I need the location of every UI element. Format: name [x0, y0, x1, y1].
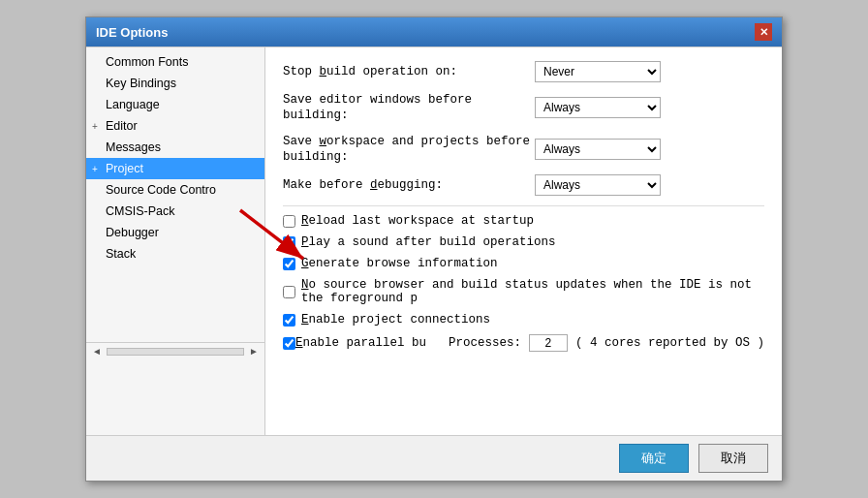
expand-icon: +: [92, 121, 102, 132]
enable-connections-checkbox[interactable]: [283, 314, 295, 327]
sidebar-label: Common Fonts: [106, 55, 188, 69]
close-button[interactable]: ✕: [755, 23, 772, 41]
checkbox-enable-connections: Enable project connections: [283, 313, 764, 327]
sidebar-label: Messages: [106, 140, 161, 154]
generate-browse-checkbox[interactable]: [283, 258, 295, 270]
stop-build-label: Stop build operation on:: [283, 65, 535, 78]
scroll-right-arrow[interactable]: ►: [247, 346, 261, 357]
sidebar-item-key-bindings[interactable]: Key Bindings: [86, 73, 264, 94]
save-editor-label: Save editor windows beforebuilding:: [283, 92, 535, 124]
stop-build-select[interactable]: Never Always Prompt: [535, 61, 661, 82]
checkbox-play-sound: Play a sound after build operations: [283, 235, 764, 249]
checkbox-no-source-browser: No source browser and build status updat…: [283, 278, 764, 305]
save-workspace-row: Save workspace and projects beforebuildi…: [283, 134, 764, 166]
ok-button[interactable]: 确定: [619, 444, 689, 473]
processes-note: ( 4 cores reported by OS ): [575, 336, 764, 350]
sidebar-item-common-fonts[interactable]: Common Fonts: [86, 51, 264, 73]
sidebar-item-language[interactable]: Language: [86, 94, 264, 115]
save-editor-row: Save editor windows beforebuilding: Alwa…: [283, 92, 764, 124]
checkbox-generate-browse: Generate browse information: [283, 257, 764, 270]
expand-icon: +: [92, 164, 102, 174]
enable-parallel-row: Enable parallel bu Processes: ( 4 cores …: [283, 334, 764, 352]
no-source-browser-checkbox[interactable]: [283, 286, 295, 298]
save-editor-select[interactable]: Always Never Prompt: [535, 97, 661, 118]
no-source-browser-label: No source browser and build status updat…: [301, 278, 764, 305]
dialog-body: Common Fonts Key Bindings Language + Edi…: [86, 47, 782, 435]
processes-label: Processes:: [449, 336, 521, 350]
sidebar-item-source-code-control[interactable]: Source Code Contro: [86, 179, 264, 201]
make-before-label: Make before debugging:: [283, 178, 535, 192]
sidebar-item-stack[interactable]: Stack: [86, 243, 264, 265]
title-bar: IDE Options ✕: [86, 17, 782, 47]
save-workspace-label: Save workspace and projects beforebuildi…: [283, 134, 535, 166]
scroll-left-arrow[interactable]: ◄: [90, 346, 104, 357]
enable-connections-label: Enable project connections: [301, 313, 490, 327]
sidebar-item-project[interactable]: + Project: [86, 158, 264, 179]
sidebar: Common Fonts Key Bindings Language + Edi…: [86, 47, 265, 435]
reload-last-checkbox[interactable]: [283, 215, 295, 228]
sidebar-label: Debugger: [106, 226, 159, 239]
enable-parallel-label: Enable parallel bu: [295, 336, 426, 350]
sidebar-item-debugger[interactable]: Debugger: [86, 222, 264, 243]
enable-parallel-checkbox[interactable]: [283, 337, 295, 350]
sidebar-item-cmsis-pack[interactable]: CMSIS-Pack: [86, 201, 264, 222]
sidebar-label: Editor: [106, 119, 138, 133]
sidebar-label: Key Bindings: [106, 77, 176, 90]
sidebar-label: Source Code Contro: [106, 183, 216, 197]
cancel-button[interactable]: 取消: [698, 444, 768, 473]
sidebar-label: Project: [106, 162, 143, 175]
sidebar-scrollbar[interactable]: ◄ ►: [86, 342, 264, 359]
play-sound-checkbox[interactable]: [283, 236, 295, 249]
scroll-track[interactable]: [107, 348, 244, 356]
sidebar-item-editor[interactable]: + Editor: [86, 115, 264, 137]
sidebar-label: Stack: [106, 247, 136, 261]
window-title: IDE Options: [96, 25, 168, 40]
sidebar-item-messages[interactable]: Messages: [86, 137, 264, 158]
dialog-footer: 确定 取消: [86, 435, 782, 481]
sidebar-label: CMSIS-Pack: [106, 204, 175, 218]
generate-browse-label: Generate browse information: [301, 257, 498, 270]
save-workspace-select[interactable]: Always Never Prompt: [535, 139, 661, 160]
stop-build-row: Stop build operation on: Never Always Pr…: [283, 61, 764, 82]
checkbox-reload-last: Reload last workspace at startup: [283, 214, 764, 228]
main-content: Stop build operation on: Never Always Pr…: [265, 47, 782, 435]
reload-last-label: Reload last workspace at startup: [301, 214, 534, 228]
make-before-row: Make before debugging: Always Never Prom…: [283, 174, 764, 196]
play-sound-label: Play a sound after build operations: [301, 235, 556, 249]
make-before-select[interactable]: Always Never Prompt: [535, 174, 661, 196]
sidebar-label: Language: [106, 98, 160, 111]
processes-input[interactable]: [529, 334, 568, 352]
separator: [283, 205, 764, 206]
